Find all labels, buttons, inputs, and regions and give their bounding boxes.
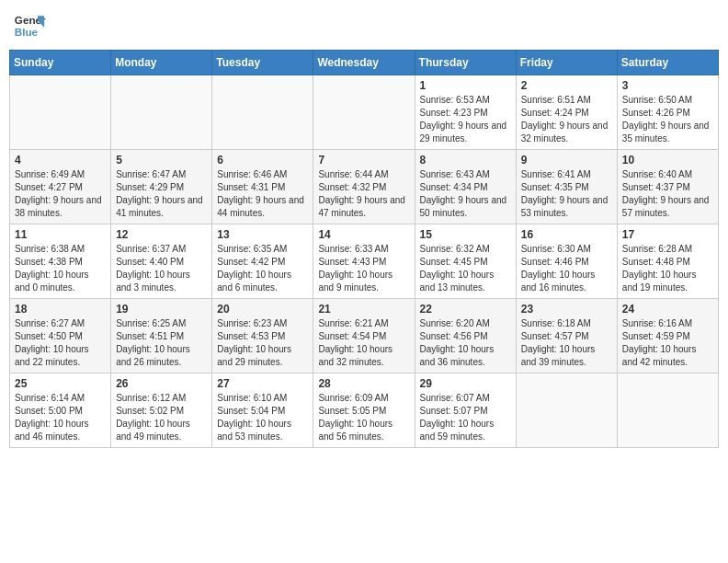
- calendar-cell: 25Sunrise: 6:14 AM Sunset: 5:00 PM Dayli…: [10, 373, 111, 448]
- calendar-cell: 8Sunrise: 6:43 AM Sunset: 4:34 PM Daylig…: [415, 150, 516, 224]
- day-info: Sunrise: 6:43 AM Sunset: 4:34 PM Dayligh…: [420, 168, 511, 220]
- week-row-1: 1Sunrise: 6:53 AM Sunset: 4:23 PM Daylig…: [10, 75, 719, 150]
- logo: General Blue: [13, 9, 46, 42]
- day-info: Sunrise: 6:37 AM Sunset: 4:40 PM Dayligh…: [116, 243, 207, 294]
- day-info: Sunrise: 6:30 AM Sunset: 4:46 PM Dayligh…: [521, 243, 612, 294]
- week-row-4: 18Sunrise: 6:27 AM Sunset: 4:50 PM Dayli…: [10, 299, 719, 373]
- calendar-cell: 11Sunrise: 6:38 AM Sunset: 4:38 PM Dayli…: [10, 224, 111, 299]
- day-info: Sunrise: 6:33 AM Sunset: 4:43 PM Dayligh…: [318, 243, 409, 294]
- calendar-cell: [212, 75, 313, 150]
- day-number: 17: [622, 228, 713, 241]
- calendar-cell: 20Sunrise: 6:23 AM Sunset: 4:53 PM Dayli…: [212, 299, 313, 373]
- calendar-cell: 26Sunrise: 6:12 AM Sunset: 5:02 PM Dayli…: [111, 373, 212, 448]
- calendar-cell: 28Sunrise: 6:09 AM Sunset: 5:05 PM Dayli…: [313, 373, 415, 448]
- calendar-cell: [617, 373, 718, 448]
- day-info: Sunrise: 6:09 AM Sunset: 5:05 PM Dayligh…: [318, 392, 409, 443]
- calendar-cell: 7Sunrise: 6:44 AM Sunset: 4:32 PM Daylig…: [313, 150, 415, 224]
- day-info: Sunrise: 6:27 AM Sunset: 4:50 PM Dayligh…: [15, 317, 106, 369]
- day-info: Sunrise: 6:07 AM Sunset: 5:07 PM Dayligh…: [420, 392, 511, 443]
- day-number: 12: [116, 228, 207, 241]
- calendar-cell: 18Sunrise: 6:27 AM Sunset: 4:50 PM Dayli…: [10, 299, 111, 373]
- day-info: Sunrise: 6:23 AM Sunset: 4:53 PM Dayligh…: [217, 317, 308, 369]
- day-number: 20: [217, 303, 308, 316]
- logo-icon: General Blue: [13, 9, 46, 42]
- day-number: 7: [318, 154, 409, 167]
- day-info: Sunrise: 6:21 AM Sunset: 4:54 PM Dayligh…: [318, 317, 409, 369]
- svg-text:Blue: Blue: [15, 26, 39, 38]
- day-info: Sunrise: 6:14 AM Sunset: 5:00 PM Dayligh…: [15, 392, 106, 443]
- day-number: 13: [217, 228, 308, 241]
- calendar-cell: [10, 75, 111, 150]
- day-number: 28: [318, 377, 409, 390]
- day-number: 15: [420, 228, 511, 241]
- week-row-5: 25Sunrise: 6:14 AM Sunset: 5:00 PM Dayli…: [10, 373, 719, 448]
- day-info: Sunrise: 6:25 AM Sunset: 4:51 PM Dayligh…: [116, 317, 207, 369]
- calendar-cell: 21Sunrise: 6:21 AM Sunset: 4:54 PM Dayli…: [313, 299, 415, 373]
- calendar-table: SundayMondayTuesdayWednesdayThursdayFrid…: [9, 50, 719, 448]
- calendar-cell: 2Sunrise: 6:51 AM Sunset: 4:24 PM Daylig…: [516, 75, 617, 150]
- day-number: 23: [521, 303, 612, 316]
- calendar-cell: 17Sunrise: 6:28 AM Sunset: 4:48 PM Dayli…: [617, 224, 718, 299]
- calendar-cell: 16Sunrise: 6:30 AM Sunset: 4:46 PM Dayli…: [516, 224, 617, 299]
- day-info: Sunrise: 6:10 AM Sunset: 5:04 PM Dayligh…: [217, 392, 308, 443]
- calendar-cell: 9Sunrise: 6:41 AM Sunset: 4:35 PM Daylig…: [516, 150, 617, 224]
- calendar-cell: 23Sunrise: 6:18 AM Sunset: 4:57 PM Dayli…: [516, 299, 617, 373]
- calendar-cell: [111, 75, 212, 150]
- day-number: 2: [521, 79, 612, 92]
- day-number: 10: [622, 154, 713, 167]
- day-info: Sunrise: 6:46 AM Sunset: 4:31 PM Dayligh…: [217, 168, 308, 220]
- calendar-cell: 22Sunrise: 6:20 AM Sunset: 4:56 PM Dayli…: [415, 299, 516, 373]
- calendar-cell: 24Sunrise: 6:16 AM Sunset: 4:59 PM Dayli…: [617, 299, 718, 373]
- calendar-cell: 5Sunrise: 6:47 AM Sunset: 4:29 PM Daylig…: [111, 150, 212, 224]
- day-number: 8: [420, 154, 511, 167]
- day-header-sunday: Sunday: [10, 51, 111, 75]
- day-info: Sunrise: 6:41 AM Sunset: 4:35 PM Dayligh…: [521, 168, 612, 220]
- calendar-cell: 29Sunrise: 6:07 AM Sunset: 5:07 PM Dayli…: [415, 373, 516, 448]
- calendar-cell: 12Sunrise: 6:37 AM Sunset: 4:40 PM Dayli…: [111, 224, 212, 299]
- day-number: 1: [420, 79, 511, 92]
- calendar-cell: [516, 373, 617, 448]
- day-number: 4: [15, 154, 106, 167]
- day-number: 9: [521, 154, 612, 167]
- calendar-cell: 14Sunrise: 6:33 AM Sunset: 4:43 PM Dayli…: [313, 224, 415, 299]
- calendar-cell: 19Sunrise: 6:25 AM Sunset: 4:51 PM Dayli…: [111, 299, 212, 373]
- day-number: 5: [116, 154, 207, 167]
- day-info: Sunrise: 6:51 AM Sunset: 4:24 PM Dayligh…: [521, 94, 612, 145]
- week-row-3: 11Sunrise: 6:38 AM Sunset: 4:38 PM Dayli…: [10, 224, 719, 299]
- day-header-saturday: Saturday: [617, 51, 718, 75]
- day-info: Sunrise: 6:50 AM Sunset: 4:26 PM Dayligh…: [622, 94, 713, 145]
- day-number: 25: [15, 377, 106, 390]
- day-number: 18: [15, 303, 106, 316]
- day-number: 14: [318, 228, 409, 241]
- calendar-cell: 1Sunrise: 6:53 AM Sunset: 4:23 PM Daylig…: [415, 75, 516, 150]
- day-number: 19: [116, 303, 207, 316]
- day-number: 27: [217, 377, 308, 390]
- day-info: Sunrise: 6:35 AM Sunset: 4:42 PM Dayligh…: [217, 243, 308, 294]
- day-info: Sunrise: 6:32 AM Sunset: 4:45 PM Dayligh…: [420, 243, 511, 294]
- day-number: 29: [420, 377, 511, 390]
- day-header-wednesday: Wednesday: [313, 51, 415, 75]
- day-number: 24: [622, 303, 713, 316]
- day-header-monday: Monday: [111, 51, 212, 75]
- day-info: Sunrise: 6:40 AM Sunset: 4:37 PM Dayligh…: [622, 168, 713, 220]
- calendar-cell: [313, 75, 415, 150]
- calendar-cell: 13Sunrise: 6:35 AM Sunset: 4:42 PM Dayli…: [212, 224, 313, 299]
- day-header-thursday: Thursday: [415, 51, 516, 75]
- day-info: Sunrise: 6:49 AM Sunset: 4:27 PM Dayligh…: [15, 168, 106, 220]
- page-header: General Blue: [9, 9, 719, 42]
- day-info: Sunrise: 6:28 AM Sunset: 4:48 PM Dayligh…: [622, 243, 713, 294]
- day-info: Sunrise: 6:47 AM Sunset: 4:29 PM Dayligh…: [116, 168, 207, 220]
- day-number: 6: [217, 154, 308, 167]
- day-number: 26: [116, 377, 207, 390]
- calendar-cell: 4Sunrise: 6:49 AM Sunset: 4:27 PM Daylig…: [10, 150, 111, 224]
- calendar-cell: 15Sunrise: 6:32 AM Sunset: 4:45 PM Dayli…: [415, 224, 516, 299]
- day-info: Sunrise: 6:53 AM Sunset: 4:23 PM Dayligh…: [420, 94, 511, 145]
- day-header-tuesday: Tuesday: [212, 51, 313, 75]
- day-number: 22: [420, 303, 511, 316]
- day-info: Sunrise: 6:16 AM Sunset: 4:59 PM Dayligh…: [622, 317, 713, 369]
- day-info: Sunrise: 6:44 AM Sunset: 4:32 PM Dayligh…: [318, 168, 409, 220]
- calendar-cell: 6Sunrise: 6:46 AM Sunset: 4:31 PM Daylig…: [212, 150, 313, 224]
- header-row: SundayMondayTuesdayWednesdayThursdayFrid…: [10, 51, 719, 75]
- day-header-friday: Friday: [516, 51, 617, 75]
- day-info: Sunrise: 6:38 AM Sunset: 4:38 PM Dayligh…: [15, 243, 106, 294]
